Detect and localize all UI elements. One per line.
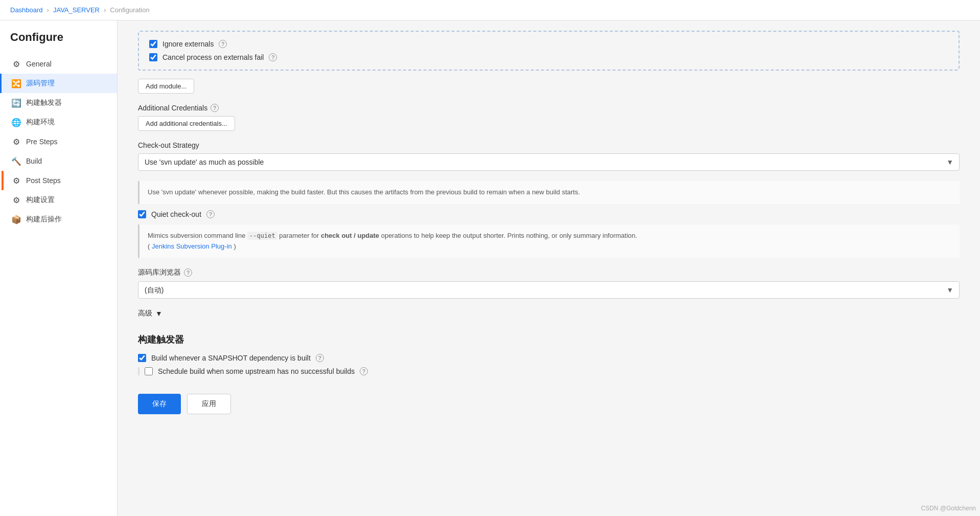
- sidebar-item-build-trigger[interactable]: 🔄 构建触发器: [0, 93, 117, 113]
- breadcrumb-configuration: Configuration: [110, 6, 149, 14]
- build-trigger-icon: 🔄: [12, 98, 21, 107]
- sidebar-item-build-env[interactable]: 🌐 构建环境: [0, 113, 117, 132]
- watermark: CSDN @Goldchenn: [921, 505, 976, 512]
- build-env-icon: 🌐: [12, 118, 21, 127]
- sidebar-item-label-build-env: 构建环境: [26, 118, 55, 127]
- sidebar-item-label-build: Build: [26, 157, 42, 165]
- sidebar-item-post-build[interactable]: 📦 构建后操作: [0, 210, 117, 229]
- ignore-externals-help[interactable]: ?: [219, 40, 227, 48]
- additional-credentials-section: Additional Credentials ? Add additional …: [138, 104, 960, 131]
- sidebar-item-build-settings[interactable]: ⚙ 构建设置: [0, 190, 117, 210]
- schedule-build-checkbox[interactable]: [145, 367, 153, 375]
- build-snapshot-label: Build whenever a SNAPSHOT dependency is …: [151, 354, 311, 362]
- quiet-info-bold: check out / update: [321, 232, 379, 239]
- build-snapshot-help[interactable]: ?: [316, 354, 324, 362]
- breadcrumb-java-server[interactable]: JAVA_SERVER: [53, 6, 100, 14]
- footer-buttons: 保存 应用: [138, 386, 960, 422]
- source-browser-select-wrapper: (自动) WebSVN ViewSVN Fisheye ▼: [138, 281, 960, 299]
- pre-steps-icon: ⚙: [12, 137, 21, 146]
- source-browser-help[interactable]: ?: [184, 268, 192, 277]
- sidebar-item-general[interactable]: ⚙ General: [0, 54, 117, 74]
- quiet-info-box: Mimics subversion command line --quiet p…: [138, 225, 960, 258]
- source-browser-label: 源码库浏览器 ?: [138, 268, 960, 277]
- sidebar-item-build[interactable]: 🔨 Build: [0, 151, 117, 171]
- checkout-info-box: Use 'svn update' whenever possible, maki…: [138, 181, 960, 204]
- add-module-button[interactable]: Add module...: [138, 79, 194, 94]
- gear-icon: ⚙: [12, 59, 21, 69]
- sidebar-item-label-general: General: [26, 60, 52, 68]
- quiet-info-link-paren-close: ): [232, 242, 236, 250]
- sidebar-item-source-mgmt[interactable]: 🔀 源码管理: [0, 74, 117, 93]
- advanced-label: 高级: [138, 309, 152, 318]
- sidebar-item-post-steps[interactable]: ⚙ Post Steps: [0, 171, 117, 190]
- build-snapshot-checkbox[interactable]: [138, 354, 146, 362]
- quiet-info-text-before: Mimics subversion command line: [148, 232, 247, 239]
- sidebar-item-label-pre-steps: Pre Steps: [26, 138, 57, 146]
- sidebar-item-label-source: 源码管理: [26, 79, 55, 88]
- add-additional-credentials-button[interactable]: Add additional credentials...: [138, 116, 235, 131]
- breadcrumb-bar: Dashboard › JAVA_SERVER › Configuration: [0, 0, 980, 20]
- additional-credentials-label: Additional Credentials ?: [138, 104, 960, 112]
- sidebar: Configure ⚙ General 🔀 源码管理 🔄 构建触发器 🌐 构建环…: [0, 20, 118, 516]
- advanced-toggle[interactable]: 高级 ▼: [138, 309, 960, 318]
- cancel-process-help[interactable]: ?: [269, 53, 277, 61]
- build-settings-icon: ⚙: [12, 195, 21, 205]
- quiet-checkout-help[interactable]: ?: [206, 210, 215, 218]
- breadcrumb-dashboard[interactable]: Dashboard: [10, 6, 43, 14]
- quiet-checkout-row: Quiet check-out ?: [138, 210, 960, 218]
- schedule-build-label: Schedule build when some upstream has no…: [158, 367, 355, 375]
- advanced-chevron-icon: ▼: [155, 309, 162, 318]
- build-trigger-title: 构建触发器: [138, 333, 960, 346]
- dashed-section: Ignore externals ? Cancel process on ext…: [138, 31, 960, 71]
- build-snapshot-row: Build whenever a SNAPSHOT dependency is …: [138, 354, 960, 362]
- main-content: Ignore externals ? Cancel process on ext…: [118, 20, 980, 516]
- sidebar-item-pre-steps[interactable]: ⚙ Pre Steps: [0, 132, 117, 151]
- checkout-strategy-section: Check-out Strategy Use 'svn update' as m…: [138, 141, 960, 171]
- additional-credentials-help[interactable]: ?: [211, 104, 219, 112]
- checkout-strategy-select[interactable]: Use 'svn update' as much as possible Alw…: [138, 153, 960, 171]
- ignore-externals-row: Ignore externals ?: [149, 40, 948, 48]
- breadcrumb-sep2: ›: [104, 6, 106, 14]
- source-browser-section: 源码库浏览器 ? (自动) WebSVN ViewSVN Fisheye ▼: [138, 268, 960, 299]
- cancel-process-label: Cancel process on externals fail: [162, 53, 264, 61]
- apply-button[interactable]: 应用: [187, 394, 231, 414]
- checkout-strategy-label: Check-out Strategy: [138, 141, 960, 149]
- quiet-info-link[interactable]: Jenkins Subversion Plug-in: [152, 242, 232, 250]
- quiet-info-link-paren: (: [148, 242, 152, 250]
- post-steps-icon: ⚙: [12, 176, 21, 185]
- cancel-process-row: Cancel process on externals fail ?: [149, 53, 948, 61]
- sidebar-item-label-build-trigger: 构建触发器: [26, 98, 62, 107]
- sidebar-title: Configure: [0, 31, 117, 54]
- sidebar-item-label-build-settings: 构建设置: [26, 195, 55, 205]
- source-browser-select[interactable]: (自动) WebSVN ViewSVN Fisheye: [138, 281, 960, 299]
- checkout-strategy-select-wrapper: Use 'svn update' as much as possible Alw…: [138, 153, 960, 171]
- quiet-info-text-middle: parameter for: [277, 232, 321, 239]
- schedule-build-help[interactable]: ?: [360, 367, 368, 375]
- quiet-checkout-checkbox[interactable]: [138, 210, 146, 218]
- ignore-externals-checkbox[interactable]: [149, 40, 157, 48]
- quiet-info-text-after: operations to help keep the output short…: [379, 232, 637, 239]
- breadcrumb-sep1: ›: [47, 6, 49, 14]
- save-button[interactable]: 保存: [138, 394, 181, 414]
- sidebar-item-label-post-build: 构建后操作: [26, 215, 62, 224]
- cancel-process-checkbox[interactable]: [149, 53, 157, 61]
- post-build-icon: 📦: [12, 215, 21, 224]
- quiet-info-code: --quiet: [247, 232, 277, 240]
- sidebar-item-label-post-steps: Post Steps: [26, 176, 61, 185]
- checkout-info-text: Use 'svn update' whenever possible, maki…: [148, 188, 580, 196]
- quiet-checkout-label: Quiet check-out: [151, 210, 201, 218]
- schedule-build-row: Schedule build when some upstream has no…: [138, 367, 960, 375]
- build-icon: 🔨: [12, 156, 21, 166]
- source-mgmt-icon: 🔀: [12, 79, 21, 88]
- ignore-externals-label: Ignore externals: [162, 40, 214, 48]
